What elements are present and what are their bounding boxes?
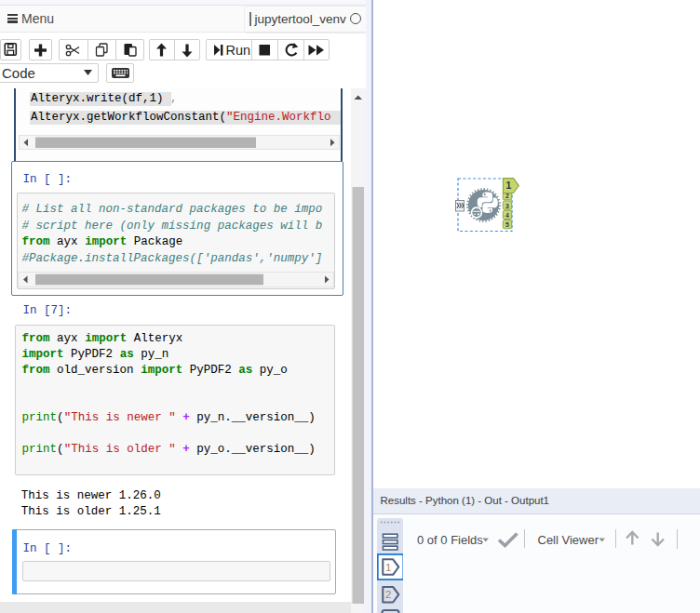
svg-text:1: 1: [506, 180, 512, 191]
svg-text:5: 5: [505, 221, 509, 228]
svg-text:2: 2: [505, 193, 509, 199]
svg-text:3: 3: [505, 203, 509, 209]
svg-text:1: 1: [385, 561, 391, 572]
svg-text:4: 4: [505, 212, 509, 219]
svg-text:2: 2: [385, 589, 391, 600]
